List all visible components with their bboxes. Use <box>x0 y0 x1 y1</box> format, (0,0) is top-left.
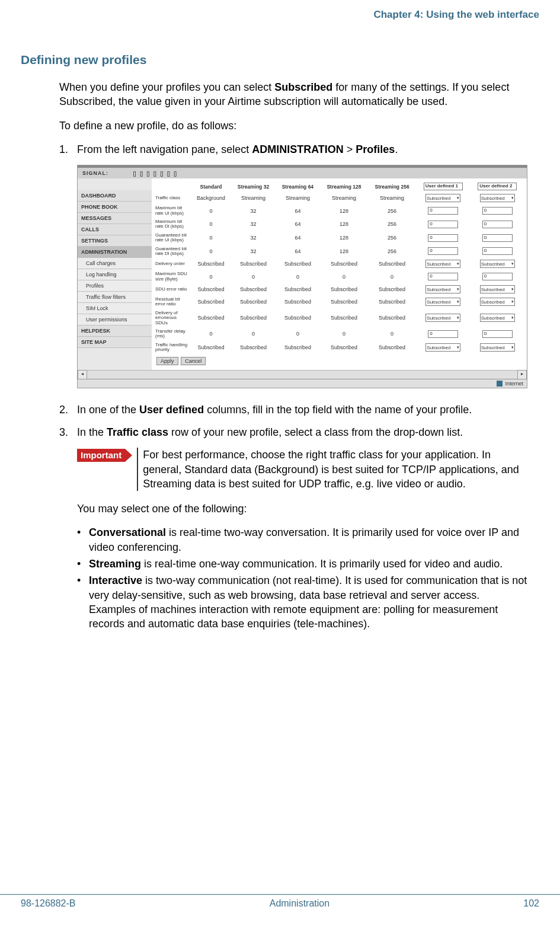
footer-page-number: 102 <box>523 898 539 909</box>
input-u2[interactable]: 0 <box>482 273 513 280</box>
input-u2[interactable]: 0 <box>482 330 513 338</box>
select-u1[interactable]: Subscribed <box>425 285 460 293</box>
row-delivery-erroneous-sdus: Delivery of erroneous SDUs Subscribed Su… <box>154 309 524 327</box>
scroll-right-icon[interactable]: ▸ <box>517 370 527 379</box>
apply-button[interactable]: Apply <box>156 357 178 365</box>
important-badge: Important <box>77 449 125 462</box>
traffic-class-select-u2[interactable]: Subscribed <box>480 194 515 202</box>
sidebar-item-phonebook[interactable]: PHONE BOOK <box>78 202 152 213</box>
input-u1[interactable]: 0 <box>428 234 458 242</box>
sidebar-item-call-charges[interactable]: Call charges <box>78 258 152 269</box>
row-label: Transfer delay (ms) <box>154 327 191 341</box>
step-1: 1. From the left navigation pane, select… <box>59 142 527 157</box>
horizontal-scrollbar[interactable]: ◂ ▸ <box>78 370 527 379</box>
sidebar-item-profiles[interactable]: Profiles <box>78 280 152 292</box>
cell: 128 <box>320 231 368 245</box>
arrow-right-icon <box>125 449 132 462</box>
cell: 256 <box>368 204 416 218</box>
cell: Subscribed <box>231 258 276 270</box>
cell: 32 <box>231 245 276 258</box>
select-u2[interactable]: Subscribed <box>480 260 515 268</box>
cell: Subscribed <box>368 258 416 270</box>
select-u2[interactable]: Subscribed <box>480 285 515 293</box>
sidebar-item-calls[interactable]: CALLS <box>78 224 152 235</box>
select-u2[interactable]: Subscribed <box>480 298 515 306</box>
row-label: Residual bit error ratio <box>154 295 191 309</box>
input-u2[interactable]: 0 <box>482 234 513 242</box>
cell: Subscribed <box>320 258 368 270</box>
row-sdu-error-ratio: SDU error ratio Subscribed Subscribed Su… <box>154 283 524 295</box>
user-defined-1-name-input[interactable]: User defined 1 <box>424 183 463 190</box>
cell: Subscribed <box>191 295 231 309</box>
text-bold: Traffic class <box>107 426 168 438</box>
row-label: Maximum bit rate Dl (kbps) <box>154 218 191 231</box>
cell: Subscribed <box>191 309 231 327</box>
row-residual-bit-error-ratio: Residual bit error ratio Subscribed Subs… <box>154 295 524 309</box>
cell: 0 <box>191 218 231 231</box>
cell: 0 <box>368 327 416 341</box>
input-u1[interactable]: 0 <box>428 330 458 338</box>
step-3: 3. In the Traffic class row of your new … <box>59 425 527 439</box>
input-u2[interactable]: 0 <box>482 207 513 215</box>
scroll-left-icon[interactable]: ◂ <box>78 370 87 379</box>
sidebar-item-administration[interactable]: ADMINISTRATION <box>78 247 152 258</box>
sidebar-item-sitemap[interactable]: SITE MAP <box>78 337 152 348</box>
screenshot-profiles-page: SIGNAL: ▯▯▯▯▯▯▯ DASHBOARD PHONE BOOK MES… <box>77 165 527 388</box>
sidebar-item-traffic-flow[interactable]: Traffic flow filters <box>78 292 152 303</box>
input-u1[interactable]: 0 <box>428 221 458 228</box>
sidebar-item-helpdesk[interactable]: HELPDESK <box>78 325 152 337</box>
intro-paragraph-1: When you define your profiles you can se… <box>59 80 527 109</box>
cell: 0 <box>191 245 231 258</box>
cell: Subscribed <box>368 341 416 355</box>
input-u1[interactable]: 0 <box>428 273 458 280</box>
cell: 0 <box>276 270 320 283</box>
sidebar-item-user-permissions[interactable]: User permissions <box>78 314 152 325</box>
select-u1[interactable]: Subscribed <box>425 314 460 322</box>
row-label: Delivery order <box>154 258 191 270</box>
cell: Subscribed <box>276 258 320 270</box>
sidebar-item-settings[interactable]: SETTINGS <box>78 235 152 247</box>
input-u2[interactable]: 0 <box>482 247 513 255</box>
select-u2[interactable]: Subscribed <box>480 343 515 352</box>
select-u1[interactable]: Subscribed <box>425 260 460 268</box>
text: > <box>344 143 356 155</box>
input-u1[interactable]: 0 <box>428 247 458 255</box>
bullet-icon: • <box>77 525 89 554</box>
signal-bars-icon: ▯▯▯▯▯▯▯ <box>132 170 180 176</box>
sidebar-item-sim-lock[interactable]: SIM Lock <box>78 303 152 314</box>
input-u1[interactable]: 0 <box>428 207 458 215</box>
sidebar-item-dashboard[interactable]: DASHBOARD <box>78 190 152 202</box>
bullet-item: • Interactive is two-way communication (… <box>77 573 527 631</box>
select-u1[interactable]: Subscribed <box>425 343 460 352</box>
cell: 32 <box>231 218 276 231</box>
row-label: SDU error ratio <box>154 283 191 295</box>
cell: 64 <box>276 231 320 245</box>
row-guaranteed-bitrate-ul: Guaranteed bit rate Ul (kbps) 0 32 64 12… <box>154 231 524 245</box>
select-u1[interactable]: Subscribed <box>425 298 460 306</box>
cell: Streaming <box>231 192 276 204</box>
sidebar-item-log-handling[interactable]: Log handling <box>78 269 152 280</box>
row-max-sdu-size: Maximum SDU size (Byte) 0 0 0 0 0 0 0 <box>154 270 524 283</box>
cell: 256 <box>368 245 416 258</box>
text: is two-way communication (not real-time)… <box>89 574 527 630</box>
profiles-table-container: Standard Streaming 32 Streaming 64 Strea… <box>152 178 527 369</box>
user-defined-2-name-input[interactable]: User defined 2 <box>478 183 517 190</box>
input-u2[interactable]: 0 <box>482 221 513 228</box>
cell: 128 <box>320 204 368 218</box>
chapter-header: Chapter 4: Using the web interface <box>21 9 539 24</box>
row-delivery-order: Delivery order Subscribed Subscribed Sub… <box>154 258 524 270</box>
sidebar-item-messages[interactable]: MESSAGES <box>78 213 152 224</box>
traffic-class-select-u1[interactable]: Subscribed <box>425 194 460 202</box>
cell: Subscribed <box>231 283 276 295</box>
bullet-item: • Streaming is real-time one-way communi… <box>77 557 527 571</box>
row-transfer-delay: Transfer delay (ms) 0 0 0 0 0 0 0 <box>154 327 524 341</box>
cell: 64 <box>276 204 320 218</box>
select-u2[interactable]: Subscribed <box>480 314 515 322</box>
step-2: 2. In one of the User defined columns, f… <box>59 403 527 417</box>
cell: 32 <box>231 231 276 245</box>
cell: Subscribed <box>191 283 231 295</box>
cancel-button[interactable]: Cancel <box>181 357 206 365</box>
text-bold: Profiles <box>356 143 395 155</box>
cell: Subscribed <box>191 258 231 270</box>
cell: Streaming <box>276 192 320 204</box>
